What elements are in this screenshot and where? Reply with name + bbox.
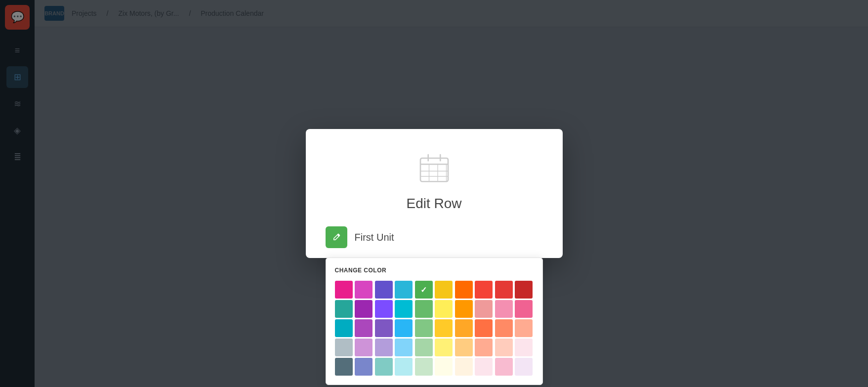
color-cell-selected[interactable] xyxy=(415,281,433,299)
color-picker-label: CHANGE COLOR xyxy=(335,267,534,274)
color-cell[interactable] xyxy=(455,358,473,376)
color-cell[interactable] xyxy=(335,300,353,318)
color-cell[interactable] xyxy=(515,339,533,356)
color-cell[interactable] xyxy=(475,339,493,356)
color-cell[interactable] xyxy=(495,339,513,356)
color-cell[interactable] xyxy=(475,300,493,318)
color-cell[interactable] xyxy=(495,281,513,299)
color-cell[interactable] xyxy=(355,319,372,337)
color-cell[interactable] xyxy=(355,339,372,356)
color-cell[interactable] xyxy=(395,281,413,299)
color-cell[interactable] xyxy=(515,319,533,337)
color-cell[interactable] xyxy=(435,300,453,318)
color-cell[interactable] xyxy=(435,339,453,356)
color-cell[interactable] xyxy=(395,339,413,356)
color-cell[interactable] xyxy=(435,319,453,337)
color-cell[interactable] xyxy=(335,358,353,376)
color-grid xyxy=(335,281,534,376)
edit-row-modal: Edit Row First Unit CHANGE COLOR xyxy=(306,129,563,258)
color-cell[interactable] xyxy=(515,358,533,376)
color-cell[interactable] xyxy=(375,339,393,356)
color-cell[interactable] xyxy=(335,319,353,337)
color-cell[interactable] xyxy=(395,300,413,318)
color-cell[interactable] xyxy=(435,358,453,376)
color-cell[interactable] xyxy=(375,281,393,299)
color-cell[interactable] xyxy=(355,281,372,299)
color-picker-dropdown: CHANGE COLOR xyxy=(326,258,543,385)
color-cell[interactable] xyxy=(395,358,413,376)
color-cell[interactable] xyxy=(375,319,393,337)
color-cell[interactable] xyxy=(415,358,433,376)
color-cell[interactable] xyxy=(515,300,533,318)
modal-calendar-icon xyxy=(414,149,454,188)
modal-overlay: Edit Row First Unit CHANGE COLOR xyxy=(0,0,868,387)
modal-title: Edit Row xyxy=(406,196,461,212)
color-cell[interactable] xyxy=(415,300,433,318)
color-cell[interactable] xyxy=(335,339,353,356)
color-cell[interactable] xyxy=(355,300,372,318)
color-cell[interactable] xyxy=(495,300,513,318)
color-cell[interactable] xyxy=(375,300,393,318)
color-cell[interactable] xyxy=(495,319,513,337)
color-cell[interactable] xyxy=(335,281,353,299)
color-cell[interactable] xyxy=(455,281,473,299)
color-cell[interactable] xyxy=(495,358,513,376)
color-cell[interactable] xyxy=(355,358,372,376)
color-cell[interactable] xyxy=(455,319,473,337)
color-cell[interactable] xyxy=(415,319,433,337)
row-color-button[interactable] xyxy=(326,226,347,248)
color-cell[interactable] xyxy=(475,281,493,299)
color-cell[interactable] xyxy=(455,339,473,356)
color-cell[interactable] xyxy=(435,281,453,299)
row-name-label: First Unit xyxy=(355,232,394,243)
color-cell[interactable] xyxy=(475,358,493,376)
modal-header: Edit Row xyxy=(306,129,563,226)
row-section: First Unit xyxy=(306,226,563,258)
color-cell[interactable] xyxy=(395,319,413,337)
color-cell[interactable] xyxy=(515,281,533,299)
color-cell[interactable] xyxy=(475,319,493,337)
color-cell[interactable] xyxy=(455,300,473,318)
color-cell[interactable] xyxy=(415,339,433,356)
color-cell[interactable] xyxy=(375,358,393,376)
svg-rect-0 xyxy=(420,158,448,181)
